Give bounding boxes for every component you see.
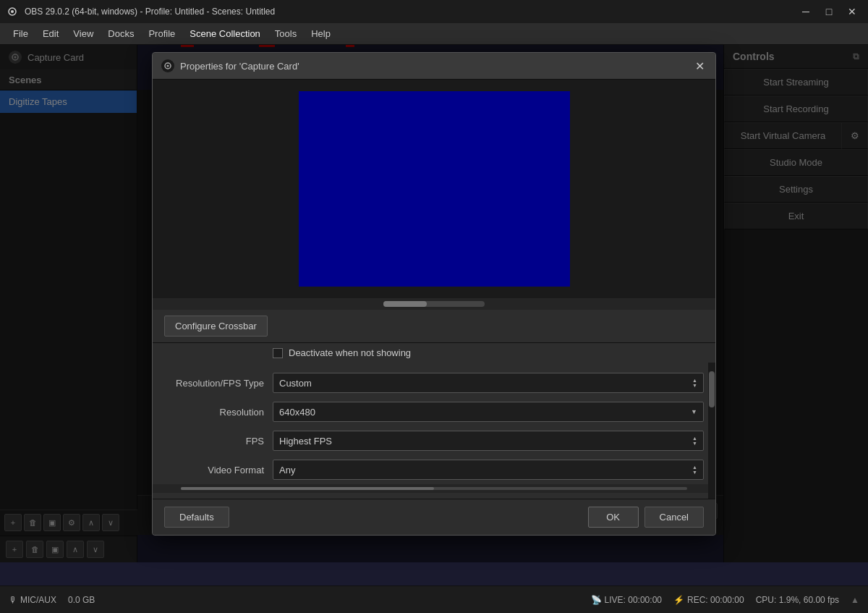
minimize-button[interactable]: ─: [796, 4, 816, 19]
statusbar-rec-label: REC: 00:00:00: [687, 595, 744, 605]
menu-profile[interactable]: Profile: [141, 25, 182, 42]
resolution-value: 640x480: [279, 407, 315, 418]
video-format-value: Any: [279, 465, 295, 475]
menu-edit[interactable]: Edit: [35, 25, 66, 42]
statusbar-live: 📡 LIVE: 00:00:00: [591, 595, 662, 605]
titlebar-title: OBS 29.0.2 (64-bit, windows) - Profile: …: [25, 7, 796, 17]
fps-spinner-up[interactable]: ▲: [692, 436, 697, 441]
menu-view[interactable]: View: [66, 25, 101, 42]
deactivate-checkbox[interactable]: [273, 348, 283, 358]
spinner-up[interactable]: ▲: [692, 378, 697, 383]
resolution-fps-type-label: Resolution/FPS Type: [164, 378, 273, 389]
dialog-form: Resolution/FPS Type Custom ▲ ▼ Resolutio…: [153, 363, 715, 499]
scrollbar-thumb[interactable]: [383, 301, 427, 307]
defaults-button[interactable]: Defaults: [164, 507, 229, 528]
video-format-spinner-up[interactable]: ▲: [692, 465, 697, 470]
dialog-toolbar: Configure Crossbar: [153, 310, 715, 343]
svg-point-1: [11, 10, 14, 13]
expand-icon[interactable]: ▲: [851, 595, 859, 605]
dialog-title: Properties for 'Capture Card': [180, 61, 692, 72]
statusbar: 🎙 MIC/AUX 0.0 GB 📡 LIVE: 00:00:00 ⚡ REC:…: [0, 585, 868, 613]
ok-button[interactable]: OK: [588, 507, 639, 528]
restore-button[interactable]: □: [819, 4, 839, 19]
spinner-down[interactable]: ▼: [692, 383, 697, 388]
resolution-dropdown-arrow: ▼: [691, 408, 697, 415]
fps-spinner: ▲ ▼: [692, 436, 697, 446]
footer-right: OK Cancel: [588, 507, 704, 528]
fps-select[interactable]: Highest FPS ▲ ▼: [273, 431, 704, 451]
form-bottom-scroll: [153, 484, 715, 493]
configure-crossbar-button[interactable]: Configure Crossbar: [164, 316, 268, 337]
resolution-fps-type-value: Custom: [279, 378, 312, 389]
video-format-label: Video Format: [164, 465, 273, 475]
live-icon: 📡: [591, 595, 602, 605]
menu-docks[interactable]: Docks: [101, 25, 141, 42]
modal-overlay: Properties for 'Capture Card' ✕ Configur…: [0, 45, 868, 562]
close-button[interactable]: ✕: [842, 4, 862, 19]
dialog-preview-area: [153, 80, 715, 298]
capture-card-preview: [299, 91, 570, 287]
resolution-select[interactable]: 640x480 ▼: [273, 402, 704, 422]
statusbar-mic-icon: 🎙: [9, 595, 17, 605]
fps-label: FPS: [164, 436, 273, 447]
dialog-logo: [161, 59, 174, 72]
footer-left: Defaults: [164, 507, 229, 528]
statusbar-live-label: LIVE: 00:00:00: [605, 595, 662, 605]
menu-help[interactable]: Help: [304, 25, 338, 42]
menu-tools[interactable]: Tools: [268, 25, 304, 42]
cancel-button[interactable]: Cancel: [644, 507, 704, 528]
statusbar-cpu-label: CPU: 1.9%, 60.00 fps: [756, 595, 839, 605]
menu-file[interactable]: File: [6, 25, 35, 42]
app-logo: [6, 5, 19, 18]
statusbar-gb: 0.0 GB: [68, 595, 95, 605]
properties-dialog: Properties for 'Capture Card' ✕ Configur…: [152, 52, 716, 536]
menubar: File Edit View Docks Profile Scene Colle…: [0, 23, 868, 45]
dialog-titlebar: Properties for 'Capture Card' ✕: [153, 53, 715, 80]
deactivate-checkbox-row: Deactivate when not showing: [153, 343, 715, 363]
window-controls: ─ □ ✕: [796, 4, 862, 19]
dialog-scrollbar-area: [153, 298, 715, 310]
statusbar-mic: 🎙 MIC/AUX: [9, 595, 56, 605]
menu-scene-collection[interactable]: Scene Collection: [182, 25, 268, 42]
dialog-footer: Defaults OK Cancel: [153, 499, 715, 535]
rec-icon: ⚡: [673, 595, 684, 605]
dialog-vertical-scrollbar[interactable]: [708, 363, 715, 499]
statusbar-mic-label: MIC/AUX: [20, 595, 56, 605]
statusbar-rec: ⚡ REC: 00:00:00: [673, 595, 744, 605]
spinner-controls: ▲ ▼: [692, 378, 697, 388]
dialog-vscroll-thumb[interactable]: [709, 371, 715, 407]
statusbar-gb-value: 0.0 GB: [68, 595, 95, 605]
fps-spinner-down[interactable]: ▼: [692, 441, 697, 446]
statusbar-expand: ▲: [851, 595, 859, 605]
form-scroll-thumb[interactable]: [181, 487, 434, 490]
fps-value: Highest FPS: [279, 436, 332, 447]
video-format-spinner-down[interactable]: ▼: [692, 470, 697, 475]
dialog-close-button[interactable]: ✕: [692, 59, 707, 73]
svg-point-5: [167, 65, 169, 67]
titlebar: OBS 29.0.2 (64-bit, windows) - Profile: …: [0, 0, 868, 23]
resolution-row: Resolution 640x480 ▼: [153, 397, 715, 426]
deactivate-label: Deactivate when not showing: [289, 347, 411, 358]
video-format-select[interactable]: Any ▲ ▼: [273, 460, 704, 480]
form-scroll-track[interactable]: [181, 487, 687, 490]
resolution-fps-type-select[interactable]: Custom ▲ ▼: [273, 373, 704, 393]
resolution-fps-type-row: Resolution/FPS Type Custom ▲ ▼: [153, 368, 715, 397]
resolution-label: Resolution: [164, 407, 273, 418]
statusbar-cpu: CPU: 1.9%, 60.00 fps: [756, 595, 839, 605]
horizontal-scrollbar[interactable]: [383, 301, 485, 307]
video-format-spinner: ▲ ▼: [692, 465, 697, 475]
main-layout: Capture Card Scenes Digitize Tapes + 🗑 ▣…: [0, 45, 868, 562]
fps-row: FPS Highest FPS ▲ ▼: [153, 426, 715, 455]
video-format-row: Video Format Any ▲ ▼: [153, 455, 715, 484]
